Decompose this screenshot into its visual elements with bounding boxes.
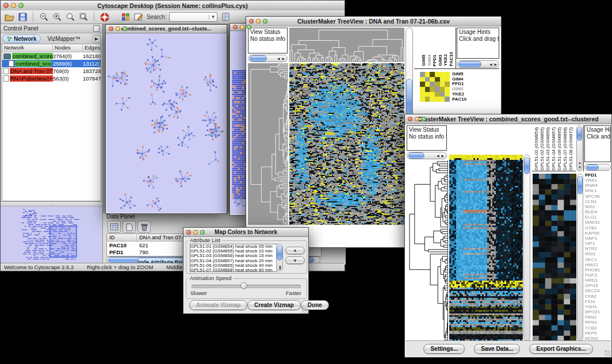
create-vizmap-button[interactable]: Create Vizmap bbox=[247, 300, 301, 310]
main-title-bar[interactable]: Cytoscape Desktop (Session Name: collins… bbox=[1, 1, 345, 11]
column-label[interactable]: PAC10 bbox=[449, 52, 454, 66]
export-graphics--button[interactable]: Export Graphics... bbox=[529, 344, 592, 354]
panel-splitter[interactable]: ⋯ bbox=[1, 202, 102, 206]
matrix-cell[interactable] bbox=[420, 87, 425, 92]
gene-label[interactable]: NIS1 bbox=[585, 204, 611, 209]
vizmapper-grid-icon[interactable] bbox=[120, 12, 131, 22]
zoom-button[interactable] bbox=[123, 26, 127, 31]
matrix-cell[interactable] bbox=[435, 92, 440, 97]
gene-label[interactable]: MSL1 bbox=[585, 188, 611, 193]
gene-label[interactable]: PHO81 bbox=[585, 267, 611, 273]
gene-label[interactable]: HMG1 bbox=[585, 262, 611, 267]
column-label[interactable]: YKE2 bbox=[443, 54, 449, 66]
treeview2-vscrollbar[interactable] bbox=[523, 155, 530, 341]
delete-attribute-icon[interactable] bbox=[137, 221, 151, 233]
settings--button[interactable]: Settings... bbox=[423, 344, 465, 354]
treeview1-title-bar[interactable]: ClusterMaker TreeView : DNA and Tran 07-… bbox=[246, 17, 501, 26]
gene-label[interactable]: CPA2 bbox=[585, 294, 611, 299]
matrix-cell[interactable] bbox=[435, 77, 440, 82]
network-row[interactable]: combined_sco2569(6)13112(15) bbox=[2, 60, 101, 67]
resize-grip[interactable] bbox=[301, 306, 308, 313]
matrix-cell[interactable] bbox=[445, 87, 450, 92]
close-button[interactable] bbox=[3, 3, 9, 8]
zoom-button[interactable] bbox=[422, 117, 426, 121]
gene-label[interactable]: GPI16 bbox=[585, 283, 611, 288]
gene-label[interactable]: MAK31 bbox=[585, 220, 611, 225]
heatmap-main[interactable] bbox=[289, 63, 404, 225]
network-row[interactable]: RNAPuberNov2+563(0)107847(0) bbox=[2, 75, 101, 82]
matrix-cell[interactable] bbox=[430, 97, 435, 102]
gene-label[interactable]: TCB3 bbox=[585, 325, 611, 331]
gene-label[interactable]: PFD1 bbox=[585, 173, 611, 178]
matrix-cell[interactable] bbox=[440, 77, 445, 82]
column-label[interactable]: GPL51-02 (GSM855) bbox=[540, 127, 545, 171]
gene-label[interactable]: RPO21 bbox=[585, 309, 611, 315]
slider-thumb[interactable] bbox=[240, 282, 247, 289]
help-lifesaver-icon[interactable] bbox=[100, 12, 110, 22]
minimize-button[interactable] bbox=[415, 117, 419, 121]
matrix-cell[interactable] bbox=[425, 87, 430, 92]
matrix-cell[interactable] bbox=[435, 72, 440, 77]
gene-label[interactable]: KAP95 bbox=[585, 231, 611, 236]
close-button[interactable] bbox=[109, 26, 113, 31]
matrix-cell[interactable] bbox=[440, 87, 445, 92]
usage-hints-hscrollbar[interactable] bbox=[584, 164, 611, 171]
matrix-cell[interactable] bbox=[435, 82, 440, 87]
column-label[interactable]: GIM5 bbox=[422, 55, 427, 66]
minimize-button[interactable] bbox=[11, 3, 16, 8]
treeview1-left-hscrollbar[interactable]: ◀ ▶ bbox=[248, 55, 288, 62]
matrix-cell[interactable] bbox=[440, 72, 445, 77]
gene-label[interactable]: SEC1 bbox=[585, 257, 611, 262]
gene-label[interactable]: YRA1 bbox=[585, 178, 611, 183]
minimize-button[interactable] bbox=[240, 25, 244, 29]
zoom-out-icon[interactable] bbox=[39, 12, 49, 22]
matrix-cell[interactable] bbox=[425, 72, 430, 77]
matrix-cell[interactable] bbox=[430, 82, 435, 87]
matrix-cell[interactable] bbox=[440, 97, 445, 102]
column-label[interactable]: GPL51-04 (GSM857) bbox=[552, 127, 557, 171]
matrix-cell[interactable] bbox=[425, 92, 430, 97]
matrix-cell[interactable] bbox=[445, 72, 450, 77]
matrix-cell[interactable] bbox=[420, 82, 425, 87]
matrix-cell[interactable] bbox=[430, 92, 435, 97]
row-dendrogram[interactable] bbox=[407, 160, 448, 341]
close-button[interactable] bbox=[233, 25, 238, 29]
gene-label[interactable]: NTR2 bbox=[585, 246, 611, 251]
matrix-cell[interactable] bbox=[435, 97, 440, 102]
close-button[interactable] bbox=[186, 230, 191, 235]
close-button[interactable] bbox=[408, 117, 412, 121]
gene-label[interactable]: FIG4 bbox=[585, 299, 611, 304]
gene-label[interactable]: SPC98 bbox=[585, 194, 611, 199]
column-label[interactable]: GIM3 bbox=[438, 55, 443, 66]
move-down-button[interactable]: ∨ bbox=[285, 256, 305, 264]
row-label[interactable]: PAC10 bbox=[452, 97, 487, 102]
network-window-title-bar[interactable]: combined_scores_good.txt--cluste... bbox=[106, 25, 227, 33]
gene-label[interactable]: GTB1 bbox=[585, 225, 611, 231]
matrix-cell[interactable] bbox=[420, 92, 425, 97]
select-attributes-icon[interactable] bbox=[108, 221, 121, 233]
matrix-cell[interactable] bbox=[445, 97, 450, 102]
dialog-title-bar[interactable]: Map Colors to Network bbox=[183, 228, 308, 237]
attribute-heatmap-vscrollbar[interactable] bbox=[577, 174, 583, 341]
search-index-icon[interactable] bbox=[220, 12, 231, 22]
zoom-button[interactable] bbox=[200, 230, 205, 235]
matrix-cell[interactable] bbox=[420, 77, 425, 82]
column-label[interactable]: GPL51-07 (GSM868) bbox=[563, 127, 568, 171]
matrix-cell[interactable] bbox=[420, 97, 425, 102]
annotation-icon[interactable] bbox=[133, 12, 144, 22]
network-row[interactable]: combined_scores2764(0)16218(0) bbox=[2, 52, 101, 60]
zoom-button[interactable] bbox=[263, 19, 267, 24]
gene-label[interactable]: ELG1 bbox=[585, 214, 611, 220]
zoom-selected-icon[interactable] bbox=[78, 12, 89, 22]
float-panel-icon[interactable] bbox=[93, 25, 100, 32]
matrix-cell[interactable] bbox=[445, 82, 450, 87]
close-button[interactable] bbox=[249, 19, 254, 24]
matrix-cell[interactable] bbox=[435, 87, 440, 92]
gene-label[interactable]: PAN1 bbox=[585, 315, 611, 320]
gene-label[interactable]: RNR4 bbox=[585, 183, 611, 188]
matrix-cell[interactable] bbox=[430, 77, 435, 82]
gene-label[interactable]: MSI1 bbox=[585, 251, 611, 256]
treeview2-title-bar[interactable]: ClusterMaker TreeView : combined_scores_… bbox=[405, 114, 611, 124]
matrix-cell[interactable] bbox=[420, 72, 425, 77]
new-attribute-icon[interactable] bbox=[123, 221, 136, 233]
